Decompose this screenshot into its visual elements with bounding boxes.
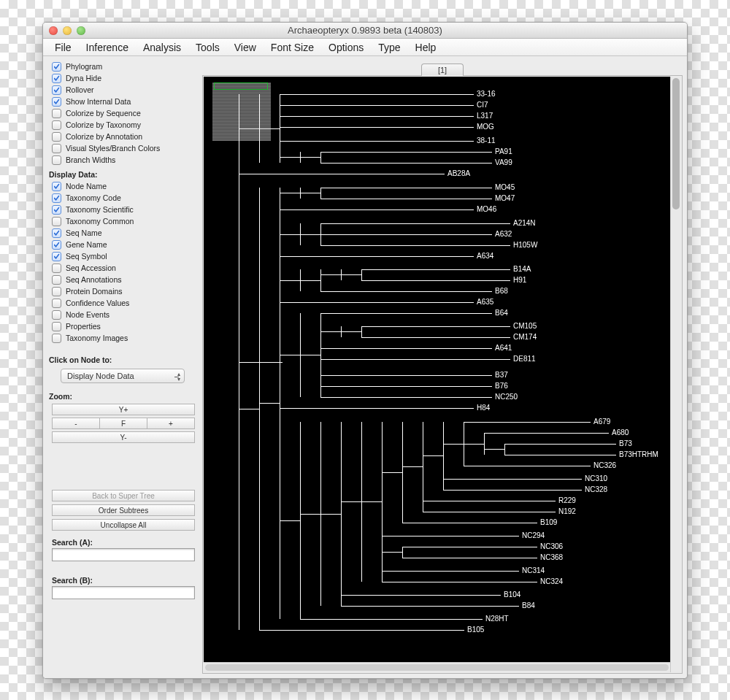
tree-leaf-label[interactable]: A632	[495, 230, 512, 238]
tree-leaf-label[interactable]: CM105	[513, 322, 537, 330]
tree-leaf-label[interactable]: N28HT	[485, 615, 509, 623]
tree-leaf-label[interactable]: A641	[495, 344, 512, 352]
tree-leaf-label[interactable]: B73	[619, 439, 632, 447]
tree-leaf-label[interactable]: 38-11	[477, 136, 496, 145]
zoom-minus-button[interactable]: -	[52, 418, 100, 429]
tree-leaf-label[interactable]: B104	[504, 591, 520, 599]
vertical-scrollbar[interactable]	[670, 77, 681, 672]
display-option-checkbox[interactable]	[52, 299, 61, 308]
display-option-checkbox[interactable]	[52, 322, 61, 331]
tree-leaf-label[interactable]: NC250	[495, 393, 518, 401]
tree-canvas[interactable]: 33-16CI7L317MOG38-11PA91VA99AB28AMO45MO4…	[204, 77, 670, 672]
tree-leaf-label[interactable]: NC294	[522, 531, 545, 539]
tree-leaf-label[interactable]: A214N	[513, 219, 536, 227]
display-option-checkbox[interactable]	[52, 264, 61, 273]
tree-leaf-label[interactable]: CM174	[513, 333, 537, 341]
tree-leaf-label[interactable]: N192	[558, 507, 576, 515]
view-option-checkbox[interactable]	[52, 97, 61, 107]
tree-leaf-label[interactable]: B64	[495, 309, 508, 317]
tree-leaf-label[interactable]: CI7	[477, 101, 488, 109]
zoom-icon[interactable]	[77, 26, 85, 35]
minimap[interactable]	[212, 82, 271, 141]
menu-type[interactable]: Type	[371, 42, 407, 53]
view-option-checkbox[interactable]	[52, 74, 61, 83]
tree-leaf-label[interactable]: NC326	[593, 461, 616, 469]
search-b-input[interactable]	[52, 586, 195, 599]
menu-inference[interactable]: Inference	[79, 42, 136, 53]
menu-font-size[interactable]: Font Size	[264, 42, 321, 53]
tree-leaf-label[interactable]: B76	[495, 382, 508, 390]
display-option-checkbox[interactable]	[52, 182, 61, 191]
display-option-checkbox[interactable]	[52, 252, 61, 261]
menu-help[interactable]: Help	[408, 42, 444, 53]
uncollapse-all-button[interactable]: Uncollapse All	[52, 519, 195, 531]
close-icon[interactable]	[49, 26, 58, 35]
tree-leaf-label[interactable]: A634	[477, 252, 493, 260]
tree-leaf-label[interactable]: B14A	[513, 265, 531, 273]
minimize-icon[interactable]	[63, 26, 72, 35]
display-option-checkbox[interactable]	[52, 334, 61, 343]
tree-leaf-label[interactable]: A635	[477, 298, 493, 306]
display-option-checkbox[interactable]	[52, 310, 61, 320]
menu-analysis[interactable]: Analysis	[136, 42, 188, 53]
tree-leaf-label[interactable]: NC324	[540, 577, 563, 585]
tree-leaf-label[interactable]: B105	[467, 626, 484, 634]
tree-leaf-label[interactable]: A680	[612, 428, 629, 436]
order-subtrees-button[interactable]: Order Subtrees	[52, 504, 195, 516]
tree-leaf-label[interactable]: NC310	[585, 474, 607, 482]
tree-leaf-label[interactable]: B109	[540, 518, 557, 526]
display-option-checkbox[interactable]	[52, 217, 61, 226]
view-option-checkbox[interactable]	[52, 155, 61, 165]
view-option-checkbox[interactable]	[52, 85, 61, 95]
scrollbar-thumb[interactable]	[205, 664, 669, 671]
display-option-checkbox[interactable]	[52, 228, 61, 238]
view-option-checkbox[interactable]	[52, 62, 61, 72]
tree-leaf-label[interactable]: MO45	[495, 183, 515, 191]
tree-leaf-label[interactable]: VA99	[495, 158, 512, 166]
display-option-checkbox[interactable]	[52, 205, 61, 215]
search-a-input[interactable]	[52, 548, 195, 561]
display-option-checkbox[interactable]	[52, 193, 61, 203]
tree-leaf-label[interactable]: NC306	[540, 542, 563, 550]
tree-leaf-label[interactable]: PA91	[495, 147, 512, 155]
menu-options[interactable]: Options	[321, 42, 371, 53]
tree-leaf-label[interactable]: H91	[513, 276, 526, 284]
zoom-plus-button[interactable]: +	[147, 418, 195, 429]
zoom-fit-button[interactable]: F	[100, 418, 147, 429]
tree-leaf-label[interactable]: B68	[495, 287, 508, 295]
tree-leaf-label[interactable]: NC328	[585, 485, 607, 493]
view-option-checkbox[interactable]	[52, 144, 61, 153]
tree-leaf-label[interactable]: B84	[522, 601, 535, 609]
menu-file[interactable]: File	[47, 42, 79, 53]
display-option-checkbox[interactable]	[52, 240, 61, 250]
horizontal-scrollbar[interactable]	[204, 662, 670, 672]
scrollbar-thumb[interactable]	[672, 78, 680, 209]
tree-leaf-label[interactable]: H105W	[513, 241, 537, 249]
click-action-select[interactable]: Display Node Data ▴▾	[61, 369, 185, 383]
tree-leaf-label[interactable]: NC368	[540, 553, 563, 561]
tree-leaf-label[interactable]: MOG	[477, 123, 494, 131]
tree-leaf-label[interactable]: A679	[593, 418, 610, 426]
tree-leaf-label[interactable]: B73HTRHM	[619, 450, 658, 458]
tree-leaf-label[interactable]: NC314	[522, 566, 545, 574]
tree-leaf-label[interactable]: DE811	[513, 355, 536, 363]
zoom-y-plus-button[interactable]: Y+	[52, 404, 195, 415]
tree-leaf-label[interactable]: B37	[495, 371, 508, 379]
view-option-checkbox[interactable]	[52, 132, 61, 142]
tree-leaf-label[interactable]: H84	[477, 404, 490, 412]
view-option-checkbox[interactable]	[52, 120, 61, 130]
tree-leaf-label[interactable]: MO46	[477, 205, 496, 213]
zoom-y-minus-button[interactable]: Y-	[52, 431, 195, 443]
display-option-checkbox[interactable]	[52, 275, 61, 285]
tree-leaf-label[interactable]: 33-16	[477, 90, 496, 98]
view-option-checkbox[interactable]	[52, 109, 61, 118]
display-option-checkbox[interactable]	[52, 287, 61, 296]
tree-leaf-label[interactable]: R229	[558, 496, 576, 504]
tab-1[interactable]: [1]	[421, 64, 464, 76]
tree-leaf-label[interactable]: AB28A	[447, 169, 470, 177]
tree-leaf-label[interactable]: MO47	[495, 194, 515, 202]
tree-leaf-label[interactable]: L317	[477, 112, 493, 120]
back-to-super-tree-button[interactable]: Back to Super Tree	[52, 490, 195, 501]
menu-view[interactable]: View	[227, 42, 264, 53]
menu-tools[interactable]: Tools	[188, 42, 227, 53]
